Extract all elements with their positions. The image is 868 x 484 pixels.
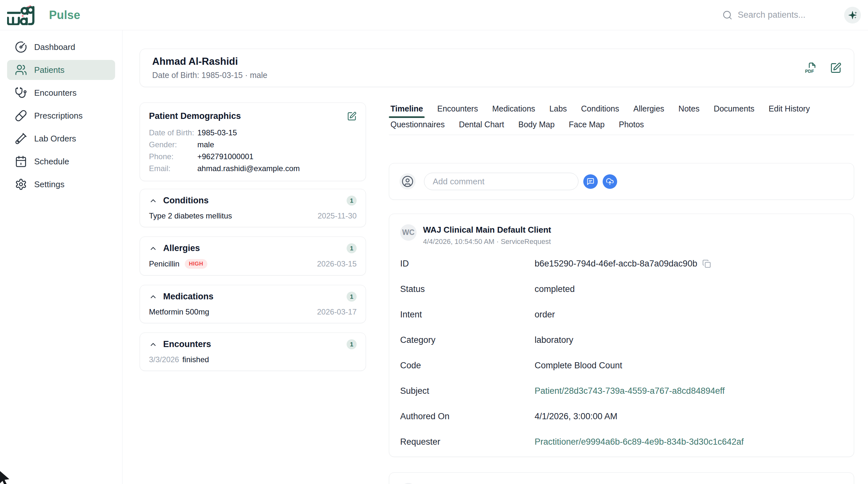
sidebar-item-dashboard[interactable]: Dashboard (7, 37, 115, 57)
sidebar-item-schedule[interactable]: Schedule (7, 152, 115, 171)
field-label: Category (400, 335, 535, 345)
gauge-icon (15, 41, 27, 53)
chevron-up-icon[interactable] (149, 293, 157, 301)
tab-conditions[interactable]: Conditions (580, 104, 621, 118)
demographics-title: Patient Demographics (149, 111, 241, 121)
patient-detail-column: Timeline Encounters Medications Labs Con… (389, 104, 854, 484)
copy-icon[interactable] (702, 259, 711, 268)
sidebar-item-settings[interactable]: Settings (7, 174, 115, 194)
tab-row-1: Timeline Encounters Medications Labs Con… (389, 104, 854, 118)
send-comment-button[interactable] (583, 174, 598, 189)
field-value: b6e15290-794d-46ef-accb-8a7a09dac90b (535, 259, 697, 269)
search-box[interactable] (722, 10, 834, 20)
field-label: Authored On (400, 412, 535, 421)
field-value: order (535, 310, 555, 320)
tab-questionnaires[interactable]: Questionnaires (389, 120, 446, 135)
upload-attachment-button[interactable] (602, 174, 617, 189)
field-row-category: Category laboratory (400, 335, 843, 345)
medications-count-badge: 1 (347, 292, 356, 301)
field-row-id: ID b6e15290-794d-46ef-accb-8a7a09dac90b (400, 259, 843, 269)
field-row-code: Code Complete Blood Count (400, 361, 843, 370)
users-icon (15, 64, 27, 76)
field-label: Gender: (149, 140, 197, 149)
encounter-date: 3/3/2026 (149, 355, 179, 364)
tab-medications[interactable]: Medications (490, 104, 536, 118)
test-tube-icon (15, 132, 27, 145)
encounter-status: finished (182, 355, 209, 364)
search-input[interactable] (738, 10, 834, 20)
waj-logo-icon (7, 5, 41, 25)
tab-edit-history[interactable]: Edit History (767, 104, 812, 118)
encounters-title: Encounters (163, 339, 211, 349)
ai-assistant-button[interactable] (844, 7, 861, 24)
allergy-name: Penicillin (149, 259, 180, 268)
tab-dental-chart[interactable]: Dental Chart (457, 120, 505, 135)
app-name: Pulse (49, 8, 80, 22)
add-comment-input[interactable] (424, 173, 579, 190)
patient-summary-column: Patient Demographics Date of Birth: 1985… (140, 102, 366, 380)
field-value: ahmad.rashidi@example.com (197, 164, 300, 173)
sidebar-item-encounters[interactable]: Encounters (7, 83, 115, 103)
tab-face-map[interactable]: Face Map (567, 120, 606, 135)
tab-encounters[interactable]: Encounters (436, 104, 479, 118)
field-value: +962791000001 (197, 152, 253, 161)
requester-reference-link[interactable]: Practitioner/e9994a6b-6c89-4e9b-834b-3d3… (535, 437, 744, 447)
demographic-row: Gender: male (149, 140, 356, 149)
tab-photos[interactable]: Photos (617, 120, 646, 135)
avatar: WC (400, 224, 416, 241)
sidebar-item-prescriptions[interactable]: Prescriptions (7, 106, 115, 126)
chevron-up-icon[interactable] (149, 197, 157, 205)
tab-documents[interactable]: Documents (712, 104, 756, 118)
field-label: Phone: (149, 152, 197, 161)
app-logo: Pulse (7, 5, 80, 25)
main-content: Ahmad Al-Rashidi Date of Birth: 1985-03-… (123, 30, 868, 484)
tab-labs[interactable]: Labs (548, 104, 568, 118)
field-row-subject: Subject Patient/28d3c743-739a-4559-a767-… (400, 386, 843, 396)
subject-reference-link[interactable]: Patient/28d3c743-739a-4559-a767-a8cd8489… (535, 386, 725, 396)
medications-card: Medications 1 Metformin 500mg 2026-03-17 (140, 285, 366, 323)
field-value: 4/1/2026, 3:00:00 AM (535, 412, 617, 421)
sidebar-item-label: Lab Orders (34, 134, 76, 144)
conditions-card: Conditions 1 Type 2 diabetes mellitus 20… (140, 189, 366, 227)
allergies-count-badge: 1 (347, 243, 356, 253)
edit-demographics-button[interactable] (347, 111, 356, 121)
field-label: Code (400, 361, 535, 370)
severity-badge: HIGH (185, 259, 208, 269)
topbar: Pulse (0, 0, 868, 30)
chevron-up-icon[interactable] (149, 340, 157, 349)
field-value: 1985-03-15 (197, 128, 237, 137)
field-label: Requester (400, 437, 535, 447)
sidebar-item-label: Schedule (34, 157, 69, 167)
field-row-requester: Requester Practitioner/e9994a6b-6c89-4e9… (400, 437, 843, 447)
chevron-up-icon[interactable] (149, 244, 157, 253)
allergies-card: Allergies 1 Penicillin HIGH 2026-03-15 (140, 236, 366, 276)
sidebar-item-label: Patients (34, 65, 64, 75)
field-value: Complete Blood Count (535, 361, 622, 370)
condition-date: 2025-11-30 (318, 212, 356, 220)
medication-date: 2026-03-17 (317, 308, 356, 317)
field-label: Subject (400, 386, 535, 396)
tab-allergies[interactable]: Allergies (632, 104, 666, 118)
field-value: male (197, 140, 214, 149)
export-pdf-button[interactable]: PDF (805, 62, 817, 74)
edit-patient-button[interactable] (830, 62, 842, 74)
timeline-entry-patient: WC WAJ Clinical Main Default Client 4/4/… (389, 473, 854, 484)
medications-title: Medications (163, 292, 213, 301)
allergies-title: Allergies (163, 243, 200, 253)
demographics-card: Patient Demographics Date of Birth: 1985… (140, 102, 366, 181)
pdf-icon-label: PDF (805, 68, 814, 73)
conditions-count-badge: 1 (347, 196, 356, 205)
tab-notes[interactable]: Notes (677, 104, 701, 118)
conditions-title: Conditions (163, 196, 209, 205)
entry-author: WAJ Clinical Main Default Client (423, 225, 551, 235)
calendar-icon (15, 155, 27, 167)
allergy-date: 2026-03-15 (317, 259, 356, 268)
tab-body-map[interactable]: Body Map (517, 120, 557, 135)
patient-name: Ahmad Al-Rashidi (152, 56, 267, 67)
tab-timeline[interactable]: Timeline (389, 104, 425, 118)
field-value: laboratory (535, 335, 573, 345)
sidebar-item-lab-orders[interactable]: Lab Orders (7, 129, 115, 149)
add-comment-card (389, 163, 854, 200)
user-avatar-icon (400, 173, 415, 190)
sidebar-item-patients[interactable]: Patients (7, 60, 115, 80)
